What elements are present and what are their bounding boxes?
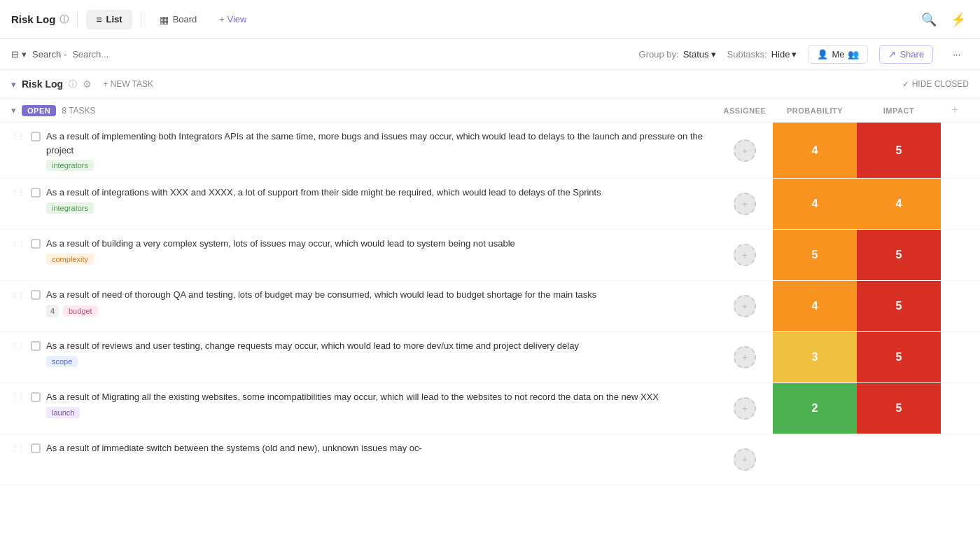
avatar[interactable]: + (734, 139, 756, 162)
drag-handle[interactable]: ⋮⋮ (11, 342, 25, 350)
drag-handle[interactable]: ⋮⋮ (11, 393, 25, 401)
col-header-task: ▾ OPEN 8 TASKS (11, 105, 717, 116)
drag-handle[interactable]: ⋮⋮ (11, 188, 25, 196)
task-tag-integrators[interactable]: integrators (46, 160, 94, 171)
task-checkbox[interactable] (31, 239, 41, 249)
task-checkbox[interactable] (31, 341, 41, 351)
add-column-icon[interactable]: + (951, 103, 959, 117)
task-details: As a result of implementing both Integra… (46, 130, 717, 171)
tab-board[interactable]: ▦ Board (150, 10, 207, 29)
task-checkbox[interactable] (31, 392, 41, 402)
task-content-area: ⋮⋮ As a result of need of thorough QA an… (11, 281, 717, 331)
search-input[interactable] (72, 49, 184, 60)
task-tags: scope (46, 356, 717, 367)
board-icon: ▦ (160, 14, 169, 25)
task-assignee[interactable]: + (717, 332, 773, 382)
subtasks-value[interactable]: Hide ▾ (771, 49, 797, 60)
task-col-add (941, 123, 969, 178)
share-button[interactable]: ↗ Share (879, 45, 933, 64)
task-col-add (941, 434, 969, 485)
task-content-area: ⋮⋮ As a result of implementing both Inte… (11, 123, 717, 178)
task-checkbox[interactable] (31, 132, 41, 142)
project-info-icon[interactable]: ⓘ (59, 13, 69, 26)
probability-cell: 2 (773, 383, 857, 434)
task-impact: 5 (857, 383, 941, 434)
risk-log-title: Risk Log (22, 78, 63, 90)
tab-list-label: List (106, 14, 122, 25)
task-assignee[interactable]: + (717, 123, 773, 178)
more-button[interactable]: ··· (944, 46, 969, 63)
task-assignee[interactable]: + (717, 230, 773, 280)
share-icon: ↗ (888, 49, 896, 60)
search-label: Search - (32, 49, 66, 60)
nav-divider-2 (141, 11, 141, 28)
new-task-button[interactable]: + NEW TASK (97, 77, 159, 91)
table-row: ⋮⋮ As a result of need of thorough QA an… (0, 281, 980, 332)
task-tag-launch[interactable]: launch (46, 407, 80, 418)
task-text[interactable]: As a result of integrations with XXX and… (46, 186, 717, 200)
add-view-button[interactable]: + View (212, 10, 253, 29)
task-assignee[interactable]: + (717, 179, 773, 229)
avatar[interactable]: + (734, 193, 756, 215)
risk-log-header: ▾ Risk Log ⓘ ⚙ + NEW TASK ✓ HIDE CLOSED (0, 70, 980, 99)
avatar[interactable]: + (734, 448, 756, 471)
risk-log-gear-icon[interactable]: ⚙ (83, 78, 92, 90)
task-checkbox[interactable] (31, 290, 41, 300)
task-tag-complexity[interactable]: complexity (46, 254, 94, 265)
avatar[interactable]: + (734, 295, 756, 317)
tab-list[interactable]: ≡ List (86, 10, 132, 29)
task-tag-integrators[interactable]: integrators (46, 202, 94, 214)
col-header-add[interactable]: + (941, 103, 969, 118)
avatar[interactable]: + (734, 397, 756, 420)
avatar[interactable]: + (734, 244, 756, 266)
task-text[interactable]: As a result of immediate switch between … (46, 441, 717, 455)
task-text[interactable]: As a result of Migrating all the existin… (46, 390, 717, 404)
column-headers: ▾ OPEN 8 TASKS ASSIGNEE PROBABILITY IMPA… (0, 99, 980, 123)
task-tags: launch (46, 407, 717, 418)
impact-cell (857, 434, 941, 485)
table-row: ⋮⋮ As a result of implementing both Inte… (0, 123, 980, 179)
task-content-area: ⋮⋮ As a result of integrations with XXX … (11, 179, 717, 229)
collapse-icon[interactable]: ▾ (11, 79, 16, 90)
task-probability: 2 (773, 383, 857, 434)
hide-closed-button[interactable]: ✓ HIDE CLOSED (902, 79, 969, 89)
search-icon[interactable]: 🔍 (918, 9, 939, 30)
me-button[interactable]: 👤 Me 👥 (808, 45, 868, 64)
task-impact: 5 (857, 123, 941, 178)
task-details: As a result of Migrating all the existin… (46, 390, 717, 418)
task-text[interactable]: As a result of need of thorough QA and t… (46, 288, 717, 302)
task-tags: 4budget (46, 305, 717, 317)
open-collapse-icon[interactable]: ▾ (11, 105, 16, 116)
task-assignee[interactable]: + (717, 434, 773, 485)
task-probability: 4 (773, 281, 857, 331)
task-text[interactable]: As a result of reviews and user testing,… (46, 339, 717, 353)
task-impact: 5 (857, 230, 941, 280)
task-assignee[interactable]: + (717, 383, 773, 434)
group-by-value[interactable]: Status ▾ (683, 49, 716, 60)
drag-handle[interactable]: ⋮⋮ (11, 444, 25, 452)
avatar[interactable]: + (734, 346, 756, 368)
probability-cell: 5 (773, 230, 857, 280)
task-text[interactable]: As a result of building a very complex s… (46, 237, 717, 251)
task-checkbox[interactable] (31, 188, 41, 198)
task-tag-scope[interactable]: scope (46, 356, 78, 367)
filter-button[interactable]: ⊟ ▾ (11, 49, 27, 60)
task-impact: 4 (857, 179, 941, 229)
task-details: As a result of need of thorough QA and t… (46, 288, 717, 317)
tasks-count: 8 TASKS (62, 106, 95, 116)
impact-cell: 4 (857, 179, 941, 229)
drag-handle[interactable]: ⋮⋮ (11, 291, 25, 298)
task-text[interactable]: As a result of implementing both Integra… (46, 130, 717, 157)
task-checkbox[interactable] (31, 443, 41, 453)
drag-handle[interactable]: ⋮⋮ (11, 132, 25, 140)
risk-log-info-icon[interactable]: ⓘ (69, 78, 77, 90)
task-assignee[interactable]: + (717, 281, 773, 331)
task-tag-budget[interactable]: budget (63, 305, 98, 317)
task-probability (773, 434, 857, 485)
task-probability: 5 (773, 230, 857, 280)
lightning-icon[interactable]: ⚡ (948, 9, 969, 30)
drag-handle[interactable]: ⋮⋮ (11, 240, 25, 247)
subtasks-section: Subtasks: Hide ▾ (727, 49, 797, 60)
impact-cell: 5 (857, 383, 941, 434)
checkmark-icon: ✓ (902, 79, 909, 89)
